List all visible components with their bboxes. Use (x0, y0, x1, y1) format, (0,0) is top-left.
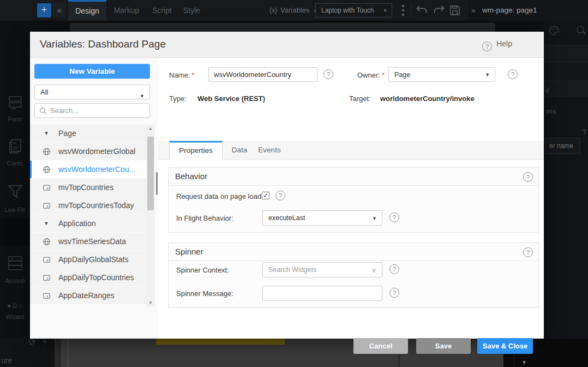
spinner-section: Spinner ? Spinner Context: Search Widget… (168, 242, 539, 308)
spinner-section-header: Spinner ? (169, 243, 538, 261)
palette-item-label: Wizard (0, 313, 30, 320)
variable-list-item[interactable]: x AppDateRanges (30, 287, 146, 304)
variable-list-item-selected[interactable]: wsvWorldometerCou... (30, 161, 146, 178)
help-icon[interactable]: ? (323, 69, 333, 79)
dialog-title: Variables: Dashboard Page (40, 38, 166, 50)
help-icon[interactable]: ? (389, 264, 399, 274)
type-value: Web Service (REST) (197, 94, 265, 103)
dimmed-input[interactable] (545, 138, 580, 154)
new-variable-button[interactable]: New Variable (34, 64, 150, 79)
help-icon[interactable]: ? (275, 191, 285, 200)
variable-list-item[interactable]: x AppDailyTopCountries (30, 269, 146, 286)
variable-group-application[interactable]: ▼ Application (30, 215, 146, 232)
dimmed-canvas-edge (70, 23, 495, 32)
web-service-icon (42, 147, 51, 156)
palette-item-live-filter[interactable]: Live Filt (0, 183, 30, 213)
dimmed-row (544, 80, 588, 97)
spinner-message-label: Spinner Message: (176, 289, 233, 298)
scrollbar-thumb[interactable] (147, 137, 154, 210)
chevron-down-icon: ∨ (371, 263, 376, 278)
variable-filter-select[interactable]: All ▼ (34, 85, 150, 99)
help-button[interactable]: ?Help (482, 39, 512, 51)
variable-label: AppDailyGlobalStats (58, 255, 128, 264)
svg-text:x: x (46, 258, 49, 262)
wizard-icon: ●⊙○ (7, 301, 23, 310)
svg-text:x: x (46, 276, 49, 280)
palette-item-accordion[interactable]: Accordi (0, 254, 30, 284)
redo-icon[interactable] (433, 4, 446, 17)
variable-group-page[interactable]: ▼ Page (30, 125, 146, 142)
truncated-label: ure (1, 356, 12, 365)
save-close-button[interactable]: Save & Close (477, 338, 533, 354)
ide-screen: + « Design Markup Script Style {x}Variab… (0, 0, 588, 367)
dimmed-text: ms (546, 107, 556, 115)
save-button[interactable]: Save (416, 338, 471, 354)
toolbar-divider (411, 4, 411, 17)
palette-item-cards[interactable]: Cards (0, 138, 30, 167)
tab-style[interactable]: Style (177, 0, 207, 21)
model-variable-icon: x (42, 274, 51, 282)
help-icon[interactable]: ? (389, 212, 399, 222)
scroll-down-icon[interactable]: ▼ (521, 359, 527, 365)
device-selector[interactable]: Laptop with Touch ▼ (315, 3, 392, 17)
undo-icon[interactable] (415, 4, 428, 17)
tab-script[interactable]: Script (145, 0, 179, 21)
help-icon[interactable]: ? (508, 69, 518, 79)
variable-list-item[interactable]: wsvWordometerGlobal (30, 143, 146, 160)
owner-select[interactable]: Page ▼ (388, 67, 495, 82)
tab-properties[interactable]: Properties (169, 141, 223, 160)
behavior-title: Behavior (175, 171, 207, 181)
inner-scrollbar-thumb[interactable] (156, 172, 158, 195)
variable-list-item[interactable]: wsvTimeSeriesData (30, 233, 146, 250)
collapse-panel-icon[interactable]: « (53, 3, 66, 18)
variable-list-item[interactable]: x mvTopCountries (30, 179, 146, 196)
spinner-message-input[interactable] (262, 286, 382, 301)
zoom-select-icon[interactable] (575, 25, 587, 39)
search-icon (39, 107, 47, 115)
palette-item-label: Form (0, 116, 30, 122)
inflight-label: In Flight Behavior: (176, 214, 233, 222)
tab-events[interactable]: Events (255, 141, 284, 159)
scroll-up-icon[interactable]: ▲ (146, 126, 155, 131)
dimmed-row (544, 62, 588, 80)
list-scrollbar[interactable]: ▲ ▼ (146, 125, 155, 307)
spinner-context-select[interactable]: Search Widgets ∨ (262, 262, 382, 277)
name-input[interactable] (208, 67, 317, 82)
tab-design[interactable]: Design (68, 0, 106, 21)
web-service-icon (42, 165, 51, 174)
variable-label: AppDailyTopCountries (58, 273, 134, 282)
more-options-icon[interactable] (400, 5, 406, 16)
palette-separator (0, 218, 30, 246)
svg-text:x: x (46, 186, 49, 190)
scroll-down-icon[interactable]: ▼ (146, 300, 155, 305)
type-label: Type: (169, 94, 187, 103)
palette-item-form[interactable]: Form (0, 95, 30, 122)
inflight-select[interactable]: executeLast ▼ (262, 210, 382, 226)
spinner-context-label: Spinner Context: (176, 266, 229, 274)
help-label: Help (496, 39, 512, 48)
behavior-section: Behavior ? Request data on page load ✓ ?… (168, 167, 539, 233)
tab-markup[interactable]: Markup (107, 0, 146, 21)
variable-list-item[interactable]: x AppDailyGlobalStats (30, 251, 146, 268)
palette-item-wizard[interactable]: ●⊙○ Wizard (0, 300, 30, 320)
help-icon[interactable]: ? (523, 247, 533, 257)
request-data-label: Request data on page load (176, 192, 261, 200)
help-icon[interactable]: ? (389, 288, 399, 298)
dimmed-text: T (583, 128, 587, 136)
palette-item-label: Accordi (0, 277, 30, 284)
save-icon[interactable] (449, 5, 460, 18)
variables-menu[interactable]: {x}Variables∨ (269, 0, 317, 21)
theme-palette-icon[interactable] (548, 25, 560, 38)
cancel-button[interactable]: Cancel (353, 338, 408, 354)
expand-icon[interactable]: » (471, 0, 476, 21)
add-page-button[interactable]: + (37, 3, 51, 17)
search-input[interactable] (50, 104, 146, 117)
web-service-icon (42, 238, 51, 246)
spinner-context-placeholder: Search Widgets (268, 266, 316, 274)
group-label: Application (58, 219, 96, 228)
tab-data[interactable]: Data (228, 141, 251, 159)
variable-list-item[interactable]: x mvTopCountriesToday (30, 197, 146, 214)
help-icon[interactable]: ? (523, 172, 533, 182)
request-data-checkbox[interactable]: ✓ (262, 192, 269, 199)
top-toolbar: + « Design Markup Script Style {x}Variab… (0, 0, 588, 21)
